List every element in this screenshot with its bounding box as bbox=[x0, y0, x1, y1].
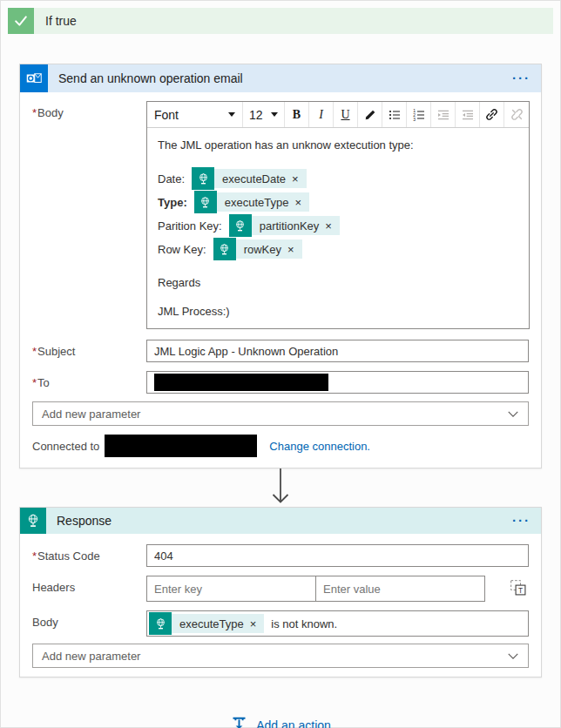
headers-row: Headers T bbox=[32, 576, 529, 602]
switch-to-text-view-button[interactable]: T bbox=[510, 579, 527, 599]
insert-action-icon bbox=[230, 716, 248, 728]
add-parameter-dropdown[interactable]: Add new parameter bbox=[32, 401, 529, 426]
caret-down-icon bbox=[228, 112, 235, 117]
email-action-header[interactable]: Send an unknown operation email ··· bbox=[20, 64, 541, 92]
body-field-label: *Body bbox=[32, 101, 146, 329]
email-action-menu-button[interactable]: ··· bbox=[512, 74, 531, 83]
email-body-content[interactable]: The JML operation has an unknow extecuti… bbox=[147, 128, 529, 328]
response-action-header[interactable]: Response ··· bbox=[20, 508, 541, 534]
response-action-card: Response ··· *Status Code Headers bbox=[19, 507, 542, 677]
body-closing-text: Regards bbox=[158, 275, 518, 290]
connection-row: Connected to Change connection. bbox=[32, 435, 529, 457]
dynamic-token[interactable]: executeType× bbox=[194, 191, 309, 213]
http-globe-icon bbox=[229, 214, 252, 237]
svg-text:3: 3 bbox=[413, 116, 416, 121]
designer-canvas: If true Send an unknown operation email … bbox=[0, 0, 561, 728]
font-family-dropdown[interactable]: Font bbox=[147, 102, 243, 127]
remove-link-icon[interactable] bbox=[504, 102, 529, 127]
token-name: partitionKey bbox=[260, 219, 320, 233]
connected-to-label: Connected to bbox=[32, 440, 99, 453]
if-true-scope-header: If true bbox=[8, 8, 553, 34]
body-field-row: *Body Font 12 B I U bbox=[32, 101, 529, 329]
text-color-pen-icon[interactable] bbox=[358, 102, 382, 127]
scope-title: If true bbox=[45, 14, 77, 28]
outlook-icon bbox=[20, 64, 48, 92]
remove-token-icon[interactable]: × bbox=[294, 197, 301, 208]
chevron-down-icon bbox=[507, 648, 519, 664]
footer: Add an action bbox=[8, 716, 553, 728]
token-name: rowKey bbox=[244, 243, 281, 256]
response-globe-icon bbox=[20, 508, 46, 534]
to-field-row: *To bbox=[32, 371, 529, 394]
http-globe-icon bbox=[213, 238, 236, 260]
caret-down-icon bbox=[271, 112, 278, 117]
numbered-list-icon[interactable]: 123 bbox=[407, 102, 431, 127]
remove-token-icon[interactable]: × bbox=[250, 618, 257, 630]
subject-input[interactable] bbox=[146, 340, 529, 362]
email-action-title: Send an unknown operation email bbox=[58, 71, 512, 85]
bullet-list-icon[interactable] bbox=[382, 102, 407, 127]
subject-field-label: *Subject bbox=[32, 340, 146, 362]
header-key-input[interactable] bbox=[146, 576, 316, 602]
response-body-label: Body bbox=[32, 610, 146, 637]
insert-link-icon[interactable] bbox=[480, 102, 504, 127]
response-body-row: Body executeType× is not known. bbox=[32, 610, 529, 637]
status-code-input[interactable] bbox=[146, 544, 529, 567]
if-true-bar[interactable]: If true bbox=[34, 8, 553, 34]
status-code-label: *Status Code bbox=[32, 544, 146, 567]
body-signature-text: JML Process:) bbox=[158, 304, 518, 319]
body-token-row: Parition Key: partitionKey× bbox=[158, 214, 518, 237]
subject-field-row: *Subject bbox=[32, 340, 529, 362]
add-parameter-dropdown[interactable]: Add new parameter bbox=[32, 644, 529, 668]
text-view-icon: T bbox=[510, 579, 527, 597]
header-value-input[interactable] bbox=[315, 576, 485, 602]
dynamic-token[interactable]: executeType× bbox=[149, 612, 264, 635]
response-body-text: is not known. bbox=[271, 617, 337, 630]
token-name: executeType bbox=[179, 617, 244, 630]
italic-button[interactable]: I bbox=[309, 102, 334, 127]
arrow-down-icon bbox=[267, 468, 294, 507]
email-action-card: Send an unknown operation email ··· *Bod… bbox=[19, 64, 542, 468]
redacted-to-value bbox=[154, 374, 328, 391]
redacted-connection-name bbox=[105, 435, 257, 457]
http-globe-icon bbox=[192, 167, 214, 190]
dynamic-token[interactable]: partitionKey× bbox=[229, 214, 340, 237]
add-action-button[interactable]: Add an action bbox=[230, 716, 331, 728]
to-input[interactable] bbox=[146, 371, 529, 394]
required-marker: * bbox=[32, 549, 37, 563]
required-marker: * bbox=[32, 345, 37, 358]
bold-button[interactable]: B bbox=[285, 102, 309, 127]
remove-token-icon[interactable]: × bbox=[292, 173, 299, 185]
token-name: executeDate bbox=[222, 172, 286, 185]
underline-button[interactable]: U bbox=[334, 102, 358, 127]
body-token-row: Row Key: rowKey× bbox=[158, 238, 518, 260]
response-action-title: Response bbox=[57, 514, 512, 528]
http-globe-icon bbox=[194, 191, 217, 213]
to-field-label: *To bbox=[32, 371, 146, 394]
status-code-row: *Status Code bbox=[32, 544, 529, 567]
body-intro-text: The JML operation has an unknow extecuti… bbox=[158, 138, 518, 152]
body-token-row: Date: executeDate× bbox=[158, 167, 518, 190]
change-connection-link[interactable]: Change connection. bbox=[269, 440, 370, 453]
increase-indent-icon[interactable] bbox=[431, 102, 456, 127]
chevron-down-icon bbox=[507, 406, 519, 421]
token-name: executeType bbox=[225, 196, 289, 209]
response-action-body: *Status Code Headers T bbox=[20, 534, 541, 677]
rich-text-editor: Font 12 B I U bbox=[146, 101, 530, 329]
response-action-menu-button[interactable]: ··· bbox=[512, 516, 531, 525]
dynamic-token[interactable]: executeDate× bbox=[192, 167, 307, 190]
remove-token-icon[interactable]: × bbox=[287, 244, 294, 255]
headers-label: Headers bbox=[32, 576, 146, 602]
font-size-dropdown[interactable]: 12 bbox=[243, 102, 285, 127]
flow-connector bbox=[8, 468, 553, 507]
required-marker: * bbox=[32, 106, 37, 119]
dynamic-token[interactable]: rowKey× bbox=[213, 238, 302, 260]
email-action-body: *Body Font 12 B I U bbox=[20, 92, 541, 468]
response-body-input[interactable]: executeType× is not known. bbox=[146, 610, 529, 637]
decrease-indent-icon[interactable] bbox=[456, 102, 480, 127]
success-check-icon bbox=[8, 8, 34, 34]
svg-text:T: T bbox=[518, 585, 523, 594]
remove-token-icon[interactable]: × bbox=[325, 220, 332, 232]
required-marker: * bbox=[32, 376, 37, 389]
http-globe-icon bbox=[149, 612, 172, 635]
